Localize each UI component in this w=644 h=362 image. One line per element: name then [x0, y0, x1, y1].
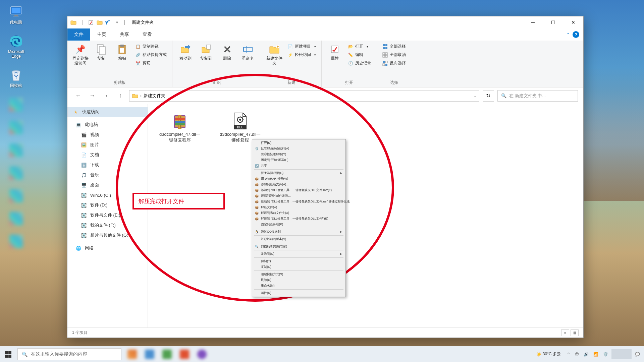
minimize-button[interactable]: ─ — [523, 16, 543, 28]
tray-shield-icon[interactable]: 🛡️ — [602, 352, 609, 357]
sidebar-item[interactable]: ⬇️下载 — [67, 160, 148, 170]
context-menu-item[interactable]: 创建快捷方式(S) — [253, 272, 345, 277]
start-button[interactable] — [0, 346, 16, 362]
desktop-icon-blurred[interactable] — [3, 142, 29, 158]
newfolder-button[interactable]: 新建文件夹 — [265, 43, 284, 67]
address-dropdown-icon[interactable]: ⌄ — [474, 94, 476, 98]
tray-notifications-icon[interactable]: 💬 — [634, 352, 641, 357]
search-box[interactable]: 🔍 在 新建文件夹 中... — [497, 90, 578, 102]
easyaccess-button[interactable]: ⚡轻松访问▾ — [285, 51, 318, 59]
tray-wifi-icon[interactable]: 📶 — [592, 352, 600, 357]
sidebar-item[interactable]: 📄文档 — [67, 150, 148, 160]
context-menu-item[interactable]: 还原以前的版本(V) — [253, 236, 345, 242]
desktop-icon-blurred[interactable] — [3, 210, 29, 227]
file-list[interactable]: d3dcompiler_47.dll一键修复程序 DLL d3dcompiler… — [148, 104, 583, 327]
taskbar-app-blurred[interactable] — [124, 348, 140, 361]
back-button[interactable]: ← — [73, 90, 84, 101]
context-menu-item[interactable]: 授予访问权限(G)▶ — [253, 170, 345, 176]
tab-view[interactable]: 查看 — [136, 28, 159, 41]
qat-dropdown-icon[interactable]: ▼ — [114, 19, 120, 26]
desktop-icon-blurred[interactable] — [3, 97, 29, 113]
taskbar-app-blurred[interactable] — [176, 348, 193, 361]
sidebar-item[interactable]: 💽软件与文件 (E:) — [67, 210, 148, 220]
taskbar-app-blurred[interactable] — [194, 348, 210, 361]
file-item-rar[interactable]: d3dcompiler_47.dll一键修复程序 — [155, 110, 205, 146]
context-menu-item[interactable]: 📦添加到 "DLL修复工具，一键修复缺失DLL文件.rar"(T) — [253, 187, 345, 193]
desktop-icon-edge[interactable]: Microsoft Edge — [3, 33, 29, 60]
sidebar-item[interactable]: 🖼️图片 — [67, 140, 148, 150]
context-menu-item[interactable]: 📦解压到当前文件夹(X) — [253, 210, 345, 216]
close-button[interactable]: ✕ — [563, 16, 583, 28]
tab-share[interactable]: 共享 — [113, 28, 136, 41]
edit-button[interactable]: ✏️编辑 — [346, 51, 373, 59]
copypath-button[interactable]: 📋复制路径 — [133, 43, 169, 50]
context-menu-item[interactable]: 📦解压文件(A)... — [253, 204, 345, 210]
weather-widget[interactable]: ☀️ 30°C 多云 — [536, 351, 561, 357]
rename-button[interactable]: 重命名 — [238, 43, 258, 62]
sidebar-item[interactable]: 💽相片与其他文件 (G: — [67, 230, 148, 240]
copyto-button[interactable]: 复制到 — [197, 43, 216, 62]
sidebar-network[interactable]: 🌐 网络 — [67, 243, 148, 253]
address-bar[interactable]: › 新建文件夹 ⌄ — [129, 90, 479, 102]
selectall-button[interactable]: 全部选择 — [380, 43, 408, 50]
context-menu-item[interactable]: 📦压缩到 "DLL修复工具，一键修复缺失DLL文件.rar" 并通过邮件发送 — [253, 199, 345, 204]
context-menu-item[interactable]: 固定到任务栏(K) — [253, 222, 345, 227]
context-menu-item[interactable]: 剪切(T) — [253, 258, 345, 264]
properties-qat-icon[interactable] — [88, 19, 94, 26]
context-menu-item[interactable]: 发送到(N)▶ — [253, 251, 345, 257]
tab-home[interactable]: 主页 — [90, 28, 113, 41]
desktop-icon-recyclebin[interactable]: 回收站 — [3, 67, 29, 90]
context-menu-item[interactable]: 📦添加到压缩文件(A)... — [253, 182, 345, 187]
newitem-button[interactable]: 📄新建项目▾ — [285, 43, 318, 50]
history-button[interactable]: 🕐历史记录 — [346, 59, 373, 67]
sidebar-quickaccess[interactable]: ★ 快速访问 — [67, 107, 148, 117]
desktop-icon-blurred[interactable] — [3, 188, 29, 204]
context-menu-item[interactable]: 属性(R) — [253, 290, 345, 296]
paste-button[interactable]: 粘贴 — [112, 43, 132, 62]
taskbar-app-blurred[interactable] — [142, 348, 158, 361]
tray-volume-icon[interactable]: 🔊 — [582, 352, 590, 357]
pasteshortcut-button[interactable]: 🔗粘贴快捷方式 — [133, 51, 169, 59]
newfolder-qat-icon[interactable] — [96, 19, 103, 26]
maximize-button[interactable]: ☐ — [543, 16, 563, 28]
context-menu-item[interactable]: 固定到"开始"屏幕(P) — [253, 157, 345, 163]
context-menu-item[interactable]: 📦压缩和通过邮件发送... — [253, 193, 345, 199]
desktop-icon-blurred[interactable] — [3, 165, 29, 181]
tray-input-icon[interactable]: ㊥ — [574, 351, 580, 357]
context-menu-item[interactable]: 打开(O) — [253, 140, 345, 146]
context-menu-item[interactable]: 📦用 WinRAR 打开(W) — [253, 176, 345, 182]
desktop-icon-blurred[interactable] — [3, 119, 29, 135]
moveto-button[interactable]: 移动到 — [176, 43, 195, 62]
desktop-icon-blurred[interactable] — [3, 233, 29, 249]
ribbon-collapse-icon[interactable]: ⌃ — [567, 32, 570, 37]
up-button[interactable]: ↑ — [115, 90, 126, 101]
sidebar-item[interactable]: 🎬视频 — [67, 130, 148, 140]
desktop-icon-thispc[interactable]: 此电脑 — [3, 3, 29, 26]
properties-button[interactable]: 属性 — [325, 43, 344, 62]
undo-qat-icon[interactable] — [105, 19, 112, 26]
context-menu-item[interactable]: 复制(C) — [253, 264, 345, 270]
context-menu-item[interactable]: 🔍扫描病毒(电脑管家) — [253, 244, 345, 249]
context-menu-item[interactable]: 重命名(M) — [253, 283, 345, 289]
context-menu-item[interactable]: ↗️共享 — [253, 163, 345, 169]
context-menu-item[interactable]: 兼容性疑难解答(Y) — [253, 152, 345, 157]
breadcrumb-current[interactable]: 新建文件夹 — [144, 93, 165, 99]
sidebar-item[interactable]: 🎵音乐 — [67, 170, 148, 180]
sidebar-item[interactable]: 💽我的文件 (F:) — [67, 220, 148, 230]
delete-button[interactable]: ✕ 删除 — [217, 43, 237, 62]
context-menu-item[interactable]: 📦解压到 "DLL修复工具，一键修复缺失DLL文件\"(E) — [253, 216, 345, 222]
context-menu-item[interactable]: 🐧通过QQ发送到▶ — [253, 229, 345, 235]
taskbar-search[interactable]: 🔍 在这里输入你要搜索的内容 — [17, 348, 121, 360]
forward-button[interactable]: → — [87, 90, 98, 101]
context-menu-item[interactable]: 🛡️以管理员身份运行(A) — [253, 146, 345, 152]
copy-button[interactable]: 复制 — [92, 43, 111, 62]
view-icons-button[interactable]: ▦ — [571, 329, 579, 336]
sidebar-thispc[interactable]: 💻 此电脑 — [67, 120, 148, 130]
tray-chevron-icon[interactable]: ⌃ — [566, 352, 572, 357]
pin-button[interactable]: 📌 固定到快速访问 — [71, 43, 90, 67]
selectnone-button[interactable]: 全部取消 — [380, 51, 408, 59]
cut-button[interactable]: ✂️剪切 — [133, 59, 169, 67]
open-button[interactable]: 📂打开▾ — [346, 43, 373, 50]
sidebar-item[interactable]: 🖥️桌面 — [67, 180, 148, 190]
taskbar-app-blurred[interactable] — [159, 348, 175, 361]
